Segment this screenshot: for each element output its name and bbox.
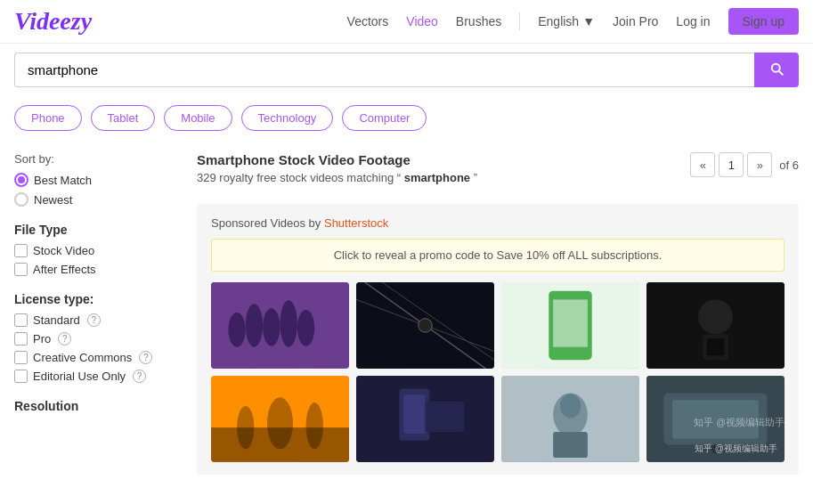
svg-point-22 xyxy=(306,402,323,449)
checkbox-creative-commons xyxy=(14,351,28,364)
filetype-stock-video-label: Stock Video xyxy=(33,244,94,257)
tag-mobile[interactable]: Mobile xyxy=(164,105,232,131)
filetype-after-effects[interactable]: After Effects xyxy=(14,263,179,276)
main-layout: Sort by: Best Match Newest File Type Sto… xyxy=(0,143,813,475)
video-thumb-4[interactable] xyxy=(646,282,785,369)
license-standard[interactable]: Standard ? xyxy=(14,313,179,327)
search-keyword: smartphone xyxy=(404,171,470,184)
checkbox-pro xyxy=(14,332,28,345)
join-pro-link[interactable]: Join Pro xyxy=(613,14,658,28)
login-link[interactable]: Log in xyxy=(676,14,710,28)
search-icon xyxy=(768,61,785,77)
license-creative-commons[interactable]: Creative Commons ? xyxy=(14,351,179,364)
license-pro[interactable]: Pro ? xyxy=(14,332,179,345)
svg-point-10 xyxy=(419,319,433,333)
promo-banner[interactable]: Click to reveal a promo code to Save 10%… xyxy=(211,239,785,272)
license-title: License type: xyxy=(14,292,179,306)
svg-point-30 xyxy=(560,394,581,418)
tag-technology[interactable]: Technology xyxy=(241,105,334,131)
checkbox-editorial xyxy=(14,370,28,383)
sort-best-match[interactable]: Best Match xyxy=(14,173,179,187)
sort-label: Sort by: xyxy=(14,152,179,166)
video-thumb-6[interactable] xyxy=(356,376,494,462)
svg-point-20 xyxy=(267,397,293,449)
filetype-after-effects-label: After Effects xyxy=(33,263,96,276)
radio-best-match xyxy=(14,173,28,187)
file-type-group: Stock Video After Effects xyxy=(14,244,179,276)
tag-list: Phone Tablet Mobile Technology Computer xyxy=(0,96,813,143)
search-input[interactable] xyxy=(14,53,754,87)
video-grid: 知乎 @视频编辑助手 知乎 @视频编辑助手 xyxy=(211,282,785,462)
file-type-title: File Type xyxy=(14,223,179,237)
video-thumb-7[interactable] xyxy=(501,376,639,462)
next-page-button[interactable]: » xyxy=(747,152,772,177)
header: Videezy Vectors Video Brushes English ▼ … xyxy=(0,0,813,44)
shutterstock-link[interactable]: Shutterstock xyxy=(324,216,388,230)
svg-rect-29 xyxy=(553,432,588,458)
svg-point-21 xyxy=(237,406,254,449)
result-subtitle: 329 royalty free stock videos matching “… xyxy=(197,171,477,184)
sponsored-label: Sponsored Videos by Shutterstock xyxy=(211,216,785,230)
sort-best-match-label: Best Match xyxy=(34,174,92,187)
video-thumb-1[interactable] xyxy=(211,282,349,369)
sponsored-box: Sponsored Videos by Shutterstock Click t… xyxy=(197,204,799,475)
license-group: Standard ? Pro ? Creative Commons ? Edit… xyxy=(14,313,179,383)
search-bar xyxy=(0,44,813,96)
nav-video[interactable]: Video xyxy=(406,14,438,28)
chevron-down-icon: ▼ xyxy=(582,14,595,28)
tag-tablet[interactable]: Tablet xyxy=(91,105,156,131)
watermark: 知乎 @视频编辑助手 xyxy=(695,443,777,455)
svg-rect-26 xyxy=(426,402,465,432)
prev-page-button[interactable]: « xyxy=(690,152,715,177)
svg-point-2 xyxy=(246,304,263,346)
video-thumb-8[interactable]: 知乎 @视频编辑助手 知乎 @视频编辑助手 xyxy=(646,376,785,462)
svg-point-5 xyxy=(297,310,314,346)
filetype-stock-video[interactable]: Stock Video xyxy=(14,244,179,257)
license-standard-label: Standard xyxy=(33,313,80,327)
pro-help-icon[interactable]: ? xyxy=(58,332,71,345)
checkbox-after-effects xyxy=(14,263,28,276)
page-total: of 6 xyxy=(779,159,799,172)
tag-computer[interactable]: Computer xyxy=(342,105,427,131)
sort-options: Best Match Newest xyxy=(14,173,179,207)
language-selector[interactable]: English ▼ xyxy=(538,14,595,28)
nav-brushes[interactable]: Brushes xyxy=(456,14,501,28)
svg-rect-13 xyxy=(553,299,588,346)
svg-point-4 xyxy=(280,300,297,346)
standard-help-icon[interactable]: ? xyxy=(87,313,101,327)
content-area: Smartphone Stock Video Footage 329 royal… xyxy=(197,143,799,475)
video-thumb-3[interactable] xyxy=(501,282,639,369)
creative-commons-help-icon[interactable]: ? xyxy=(139,351,152,364)
sidebar: Sort by: Best Match Newest File Type Sto… xyxy=(14,143,179,475)
video-thumb-5[interactable] xyxy=(211,376,349,462)
current-page: 1 xyxy=(719,152,744,177)
svg-point-1 xyxy=(228,313,245,347)
license-editorial[interactable]: Editorial Use Only ? xyxy=(14,370,179,383)
video-thumb-2[interactable] xyxy=(356,282,494,369)
main-nav: Vectors Video Brushes English ▼ Join Pro… xyxy=(347,8,799,35)
nav-divider xyxy=(519,12,520,30)
logo[interactable]: Videezy xyxy=(14,7,92,36)
sort-newest-label: Newest xyxy=(34,193,72,207)
radio-newest xyxy=(14,192,28,207)
tag-phone[interactable]: Phone xyxy=(14,105,82,131)
license-editorial-label: Editorial Use Only xyxy=(33,370,126,383)
editorial-help-icon[interactable]: ? xyxy=(133,370,146,383)
search-button[interactable] xyxy=(754,53,799,87)
svg-point-15 xyxy=(698,299,733,334)
pagination: « 1 » of 6 xyxy=(690,152,799,177)
license-creative-commons-label: Creative Commons xyxy=(33,351,132,364)
license-pro-label: Pro xyxy=(33,332,51,345)
signup-button[interactable]: Sign up xyxy=(728,8,799,35)
result-title: Smartphone Stock Video Footage xyxy=(197,152,477,167)
nav-vectors[interactable]: Vectors xyxy=(347,14,389,28)
result-header: Smartphone Stock Video Footage 329 royal… xyxy=(197,152,799,193)
svg-text:知乎 @视频编辑助手: 知乎 @视频编辑助手 xyxy=(694,417,785,427)
svg-point-3 xyxy=(263,308,280,346)
checkbox-stock-video xyxy=(14,244,28,257)
svg-rect-25 xyxy=(403,394,425,434)
svg-rect-17 xyxy=(707,338,724,355)
sort-newest[interactable]: Newest xyxy=(14,192,179,207)
result-info: Smartphone Stock Video Footage 329 royal… xyxy=(197,152,477,193)
resolution-title: Resolution xyxy=(14,399,179,413)
